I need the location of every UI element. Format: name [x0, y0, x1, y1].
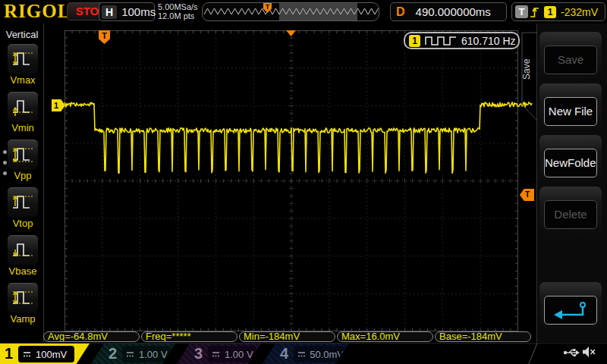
menu-button-label: New File — [544, 97, 597, 126]
channel1-number: 1 — [5, 345, 13, 362]
sample-rate: 5.00MSa/s — [158, 2, 198, 11]
display-window-indicator — [279, 3, 357, 21]
menu-button-return[interactable] — [539, 282, 602, 329]
acquisition-info: 5.00MSa/s 12.0M pts — [158, 2, 198, 20]
t-label: T — [515, 5, 528, 18]
vbase-icon — [8, 235, 38, 265]
sidebar-item-label: Vbase — [7, 265, 39, 277]
sidebar-item-vpp[interactable]: Vpp — [7, 140, 39, 181]
menu-tab-label: Save — [521, 35, 534, 103]
channel-status-bar: 1 100mV 2 1.00 V 3 — [0, 343, 607, 364]
trigger-level-value: -232mV — [561, 6, 598, 18]
frequency-counter: 1 610.710 Hz — [404, 32, 520, 49]
measurement-min: Min=-184mV — [239, 331, 335, 342]
menu-button-label: Delete — [544, 200, 597, 229]
trigger-level-marker[interactable]: T — [520, 189, 534, 201]
menu-button-label: Save — [544, 46, 597, 74]
counter-value: 610.710 Hz — [461, 35, 516, 47]
trigger-badge: T 1 -232mV — [511, 2, 605, 21]
channel3-scale: 1.00 V — [225, 349, 253, 360]
return-arrow-icon — [551, 300, 590, 320]
channel1-status[interactable]: 1 100mV — [0, 344, 90, 364]
vmin-icon — [8, 92, 38, 121]
channel1-scale: 100mV — [36, 349, 67, 360]
measurement-max: Max=16.0mV — [337, 331, 433, 342]
measurement-avg: Avg=-64.8mV — [43, 331, 140, 342]
channel4-scale: 50.0mV — [310, 349, 344, 360]
channel2-status[interactable]: 2 1.00 V — [90, 344, 175, 364]
delay-value: 490.000000ms — [416, 5, 491, 18]
sidebar-item-vmax[interactable]: Vmax — [7, 44, 39, 86]
dc-coupling-icon — [125, 350, 135, 359]
sidebar-item-vamp[interactable]: Vamp — [7, 283, 39, 325]
sidebar-item-vbase[interactable]: Vbase — [7, 235, 39, 277]
menu-button-new-folder[interactable]: NewFolder — [539, 135, 602, 182]
channel4-number: 4 — [280, 345, 288, 362]
graticule — [64, 30, 518, 331]
menu-button-delete[interactable]: Delete — [539, 187, 602, 234]
channel4-status[interactable]: 4 50.0mV — [262, 344, 348, 364]
sidebar-item-label: Vtop — [7, 218, 39, 229]
counter-source-badge: 1 — [409, 35, 420, 47]
menu-button-face — [544, 296, 597, 325]
sidebar-title: Vertical — [0, 29, 44, 40]
channel3-number: 3 — [194, 345, 203, 362]
menu-button-new-file[interactable]: New File — [539, 83, 602, 130]
dc-coupling-icon — [211, 350, 221, 359]
memory-depth: 12.0M pts — [158, 11, 198, 20]
usb-icon — [563, 347, 580, 358]
sidebar-item-vtop[interactable]: Vtop — [7, 187, 39, 229]
trigger-source-badge: 1 — [544, 6, 556, 18]
menu-button-label: NewFolder — [544, 149, 597, 177]
memory-position-bar: T — [202, 2, 379, 21]
sidebar-item-label: Vmin — [7, 122, 39, 133]
dc-coupling-icon — [297, 350, 306, 359]
dc-coupling-icon — [22, 350, 32, 359]
vamp-icon — [8, 283, 38, 312]
vpp-icon — [8, 140, 38, 169]
vmax-icon — [8, 44, 38, 74]
top-bar: RIGOL STOP H 100ms 5.00MSa/s 12.0M pts T… — [0, 0, 607, 24]
channel3-status[interactable]: 3 1.00 V — [176, 344, 261, 364]
sidebar-item-vmin[interactable]: Vmin — [7, 92, 39, 133]
channel2-scale: 1.00 V — [139, 349, 168, 360]
vtop-icon — [8, 187, 38, 217]
page-indicator-dot — [3, 161, 7, 165]
delay-badge: D 490.000000ms — [390, 2, 507, 21]
oscilloscope-screen: RIGOL STOP H 100ms 5.00MSa/s 12.0M pts T… — [0, 0, 607, 364]
channel1-offset-marker[interactable]: 1 — [52, 99, 65, 111]
channel2-number: 2 — [109, 345, 117, 362]
sidebar-item-label: Vamp — [7, 313, 39, 325]
menu-button-save[interactable]: Save — [539, 32, 602, 79]
measurement-freq: Freq=***** — [141, 331, 237, 342]
rigol-logo: RIGOL — [4, 1, 71, 22]
pulse-train-icon — [425, 35, 457, 46]
vertical-measure-sidebar: Vertical Vmax Vmin Vpp Vtop Vbase Vamp — [0, 24, 44, 342]
measurement-base: Base=-184mV — [435, 331, 531, 342]
h-scale-value: 100ms — [121, 5, 156, 18]
speaker-muted-icon — [581, 345, 596, 359]
page-indicator-dot — [3, 150, 7, 154]
sidebar-item-label: Vpp — [7, 170, 39, 181]
page-indicator-dot — [3, 171, 7, 175]
horizontal-scale-badge: H 100ms — [99, 2, 155, 21]
sidebar-item-label: Vmax — [7, 74, 39, 86]
rising-edge-icon — [528, 5, 541, 19]
d-label: D — [396, 5, 405, 19]
h-label: H — [102, 5, 117, 19]
